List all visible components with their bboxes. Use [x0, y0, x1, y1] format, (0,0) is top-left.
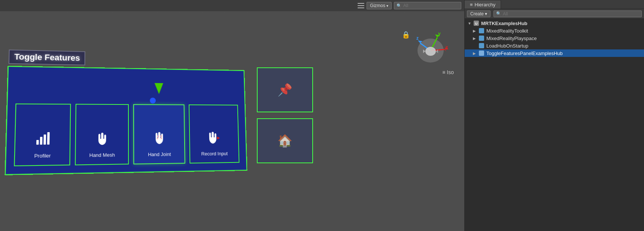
profiler-icon: [34, 131, 51, 150]
iso-label: ≡ Iso: [442, 69, 454, 75]
feature-buttons-row: Profiler Hand Mesh: [14, 103, 239, 166]
hier-item-load-hub-on-startup[interactable]: LoadHubOnStartup: [465, 42, 644, 49]
record-input-label: Record Input: [201, 151, 228, 157]
lock-icon: 🔒: [402, 31, 410, 39]
svg-text:x: x: [446, 45, 448, 50]
hier-label-2: MixedRealityPlayspace: [486, 36, 537, 41]
create-arrow: ▾: [485, 11, 487, 16]
hier-item-mixed-reality-toolkit[interactable]: ▶ MixedRealityToolkit: [465, 27, 644, 34]
hier-label-4: ToggleFeaturesPanelExamplesHub: [486, 51, 563, 56]
record-input-icon: [206, 130, 222, 148]
svg-text:U: U: [475, 22, 478, 25]
hand-mesh-button[interactable]: Hand Mesh: [75, 104, 129, 165]
iso-text: Iso: [447, 69, 454, 75]
scene-toolbar: Gizmos 🔍: [0, 0, 464, 11]
hier-icon-3: [478, 42, 485, 49]
profiler-label: Profiler: [34, 153, 51, 159]
gizmos-button[interactable]: Gizmos: [367, 2, 392, 9]
svg-point-7: [160, 138, 162, 139]
toggle-panel-title: Toggle Features: [9, 49, 85, 65]
record-input-button[interactable]: Record Input: [189, 104, 240, 164]
hier-arrow-4: ▶: [473, 51, 478, 55]
hierarchy-list: ▼ U MRTKExamplesHub ▶ MixedRealityToolki…: [465, 19, 644, 231]
home-icon: 🏠: [277, 134, 292, 148]
hand-joint-label: Hand Joint: [148, 151, 171, 157]
pin-box[interactable]: 📌: [257, 67, 313, 112]
iso-menu-icon: ≡: [442, 69, 445, 75]
pin-icon: 📌: [277, 83, 292, 97]
hierarchy-tab-item[interactable]: ≡ Hierarchy: [465, 0, 501, 9]
hier-search-icon: 🔍: [496, 11, 501, 16]
svg-point-19: [425, 47, 436, 56]
hierarchy-toolbar: Create ▾ 🔍: [465, 9, 644, 19]
hand-mesh-icon: [94, 130, 110, 149]
svg-point-4: [158, 136, 159, 137]
scene-content: Toggle Features Profiler: [0, 11, 464, 231]
hier-label-3: LoadHubOnStartup: [486, 43, 528, 49]
svg-rect-2: [43, 134, 46, 145]
scene-menu-icon[interactable]: [358, 3, 364, 8]
hier-icon-1: [478, 27, 485, 34]
hand-joint-button[interactable]: Hand Joint: [133, 104, 185, 164]
hierarchy-panel: ≡ Hierarchy Create ▾ 🔍 ▼ U MRTKExamplesH…: [464, 0, 644, 231]
svg-rect-0: [36, 140, 39, 145]
hier-arrow-1: ▶: [473, 29, 478, 33]
svg-point-5: [160, 136, 162, 137]
create-button[interactable]: Create ▾: [467, 10, 490, 17]
scene-search-box[interactable]: 🔍: [394, 2, 461, 9]
scene-view: Gizmos 🔍 Toggle Features: [0, 0, 464, 231]
hierarchy-tab-label: Hierarchy: [475, 2, 496, 7]
home-box[interactable]: 🏠: [257, 118, 313, 163]
toggle-features-panel: Toggle Features Profiler: [4, 66, 247, 175]
svg-text:y: y: [438, 31, 441, 36]
hier-item-toggle-features-panel[interactable]: ▶ ToggleFeaturesPanelExamplesHub: [465, 49, 644, 57]
hierarchy-tab: ≡ Hierarchy: [465, 0, 644, 9]
hier-label-1: MixedRealityToolkit: [486, 28, 528, 34]
profiler-button[interactable]: Profiler: [14, 103, 71, 166]
hierarchy-search-box[interactable]: 🔍: [493, 10, 642, 17]
hier-arrow-2: ▶: [473, 36, 478, 40]
hier-icon-0: U: [473, 20, 480, 27]
svg-text:z: z: [416, 36, 419, 41]
hier-arrow-0: ▼: [468, 21, 473, 25]
hand-joint-icon: [152, 130, 167, 149]
side-boxes: 📌 🏠: [257, 67, 313, 163]
hierarchy-search-input[interactable]: [503, 11, 639, 16]
hand-mesh-label: Hand Mesh: [89, 152, 115, 158]
create-label: Create: [470, 11, 484, 16]
hier-item-mrtk-hub[interactable]: ▼ U MRTKExamplesHub: [465, 19, 644, 27]
svg-point-6: [157, 138, 158, 139]
green-cone-indicator: [155, 83, 164, 94]
svg-rect-3: [47, 132, 50, 145]
hierarchy-tab-icon: ≡: [470, 2, 473, 7]
hier-icon-4: [478, 50, 485, 57]
search-icon: 🔍: [397, 3, 402, 8]
scene-search-input[interactable]: [403, 3, 456, 8]
svg-marker-8: [217, 137, 220, 140]
blue-dot-indicator: [150, 98, 156, 104]
nav-gizmo[interactable]: z y x: [412, 30, 449, 67]
hier-item-mixed-reality-playspace[interactable]: ▶ MixedRealityPlayspace: [465, 34, 644, 42]
hier-icon-2: [478, 35, 485, 42]
hier-label-0: MRTKExamplesHub: [481, 21, 528, 26]
svg-rect-1: [40, 137, 43, 145]
